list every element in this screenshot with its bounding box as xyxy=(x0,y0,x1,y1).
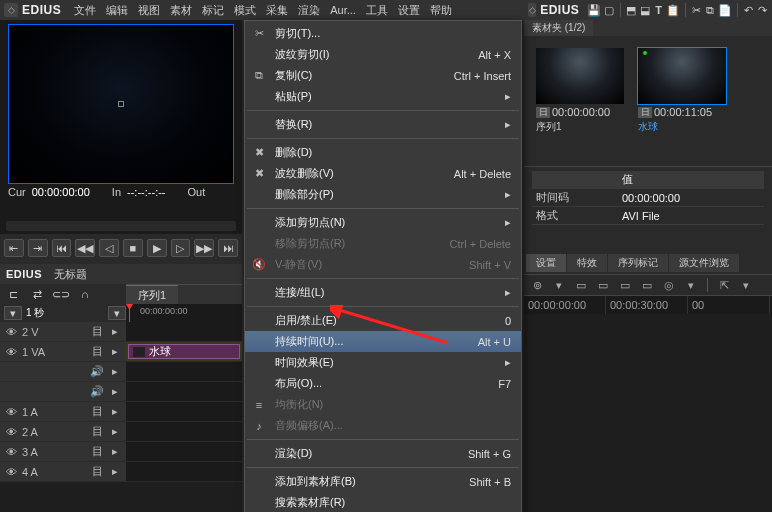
menu-文件[interactable]: 文件 xyxy=(69,2,101,18)
clip[interactable]: 水球 xyxy=(128,344,240,359)
track-header[interactable]: 👁2 V目▸ xyxy=(0,322,126,341)
title-icon[interactable]: T xyxy=(653,1,665,19)
menu-item[interactable]: 持续时间(U)...Alt + U xyxy=(245,331,521,352)
visibility-icon[interactable]: 👁 xyxy=(4,406,18,418)
menu-工具[interactable]: 工具 xyxy=(361,2,393,18)
props-tab[interactable]: 特效 xyxy=(567,254,608,272)
lower-ruler[interactable]: 00:00:00:00 00:00:30:00 00 xyxy=(524,296,772,314)
menu-item[interactable]: 粘贴(P) xyxy=(245,86,521,107)
visibility-icon[interactable]: 👁 xyxy=(4,446,18,458)
menu-帮助[interactable]: 帮助 xyxy=(425,2,457,18)
chevron-icon[interactable]: ▸ xyxy=(108,365,122,378)
stripe-icon[interactable]: 目 xyxy=(90,324,104,339)
next-button[interactable]: ⏭ xyxy=(218,239,238,257)
tool-b-icon[interactable]: ⬓ xyxy=(639,1,651,19)
menu-模式[interactable]: 模式 xyxy=(229,2,261,18)
cut-icon[interactable]: ✂ xyxy=(691,1,703,19)
chevron-icon[interactable]: ▸ xyxy=(108,345,122,358)
menu-item[interactable]: 搜索素材库(R) xyxy=(245,492,521,512)
visibility-icon[interactable]: 👁 xyxy=(4,466,18,478)
playhead-icon[interactable] xyxy=(129,304,130,322)
export-icon[interactable]: ⇱ xyxy=(715,277,733,293)
menu-item[interactable]: 连接/组(L) xyxy=(245,282,521,303)
redo-icon[interactable]: ↷ xyxy=(756,1,768,19)
track-lane[interactable] xyxy=(126,442,242,461)
dd-icon[interactable]: ▾ xyxy=(550,277,568,293)
floppy-icon[interactable]: 💾 xyxy=(587,1,601,19)
ripple-icon[interactable]: ⇄ xyxy=(28,286,46,302)
track-header[interactable]: 🔊▸ xyxy=(0,362,126,381)
preview-canvas[interactable] xyxy=(8,24,234,184)
track-header[interactable]: 👁4 A目▸ xyxy=(0,462,126,481)
paste-icon[interactable]: 📄 xyxy=(718,1,732,19)
tool-a-icon[interactable]: ⬒ xyxy=(626,1,638,19)
capture-icon[interactable]: 📋 xyxy=(666,1,680,19)
track-header[interactable]: 👁1 VA目▸ xyxy=(0,342,126,361)
track-header[interactable]: 👁2 A目▸ xyxy=(0,422,126,441)
folder-b-icon[interactable]: ▭ xyxy=(594,277,612,293)
stripe-icon[interactable]: 目 xyxy=(90,464,104,479)
chevron-icon[interactable]: ▸ xyxy=(108,405,122,418)
stripe-icon[interactable]: 目 xyxy=(90,444,104,459)
folder-a-icon[interactable]: ▭ xyxy=(572,277,590,293)
menu-素材[interactable]: 素材 xyxy=(165,2,197,18)
track-lane[interactable] xyxy=(126,382,242,401)
folder-d-icon[interactable]: ▭ xyxy=(638,277,656,293)
set-in-button[interactable]: ⇤ xyxy=(4,239,24,257)
timeline-ruler[interactable]: 00:00:00:00 xyxy=(126,304,242,322)
bin-item[interactable]: 日00:00:00:00序列1 xyxy=(536,48,624,134)
new-doc-icon[interactable]: ▢ xyxy=(603,1,615,19)
menu-item[interactable]: ✂剪切(T)... xyxy=(245,23,521,44)
play-button[interactable]: ▶ xyxy=(147,239,167,257)
menu-item[interactable]: 添加剪切点(N) xyxy=(245,212,521,233)
track-lane[interactable] xyxy=(126,462,242,481)
chevron-icon[interactable]: ▸ xyxy=(108,385,122,398)
copy-icon[interactable]: ⧉ xyxy=(705,1,717,19)
target-icon[interactable]: ◎ xyxy=(660,277,678,293)
set-out-button[interactable]: ⇥ xyxy=(28,239,48,257)
props-tab[interactable]: 序列标记 xyxy=(608,254,669,272)
marker-chevron-icon[interactable]: ▾ xyxy=(108,306,126,320)
menu-Aur...[interactable]: Aur... xyxy=(325,2,361,18)
menu-渲染[interactable]: 渲染 xyxy=(293,2,325,18)
track-lane[interactable]: 水球 xyxy=(126,342,242,361)
chevron-down-icon[interactable]: ▾ xyxy=(4,306,22,320)
menu-item[interactable]: ✖删除(D) xyxy=(245,142,521,163)
scrub-bar[interactable] xyxy=(0,218,242,234)
menu-编辑[interactable]: 编辑 xyxy=(101,2,133,18)
stripe-icon[interactable]: 目 xyxy=(90,344,104,359)
stop-button[interactable]: ■ xyxy=(123,239,143,257)
props-tab[interactable]: 设置 xyxy=(526,254,567,272)
global-icon[interactable]: ⊚ xyxy=(528,277,546,293)
menu-item[interactable]: 启用/禁止(E)0 xyxy=(245,310,521,331)
stripe-icon[interactable]: 目 xyxy=(90,424,104,439)
folder-c-icon[interactable]: ▭ xyxy=(616,277,634,293)
track-header[interactable]: 👁3 A目▸ xyxy=(0,442,126,461)
rew-button[interactable]: ◀◀ xyxy=(75,239,95,257)
ff-button[interactable]: ▶▶ xyxy=(194,239,214,257)
step-fwd-button[interactable]: ▷ xyxy=(171,239,191,257)
menu-item[interactable]: ⧉复制(C)Ctrl + Insert xyxy=(245,65,521,86)
speaker-icon[interactable]: 🔊 xyxy=(90,365,104,378)
bin-item[interactable]: 日00:00:11:05水球 xyxy=(638,48,726,134)
menu-item[interactable]: 删除部分(P) xyxy=(245,184,521,205)
track-header[interactable]: 🔊▸ xyxy=(0,382,126,401)
marker-icon[interactable]: ▾ xyxy=(682,277,700,293)
track-lane[interactable] xyxy=(126,422,242,441)
menu-item[interactable]: 渲染(D)Shift + G xyxy=(245,443,521,464)
menu-item[interactable]: 波纹剪切(I)Alt + X xyxy=(245,44,521,65)
snap-icon[interactable]: ⊏ xyxy=(4,286,22,302)
speaker-icon[interactable]: 🔊 xyxy=(90,385,104,398)
menu-设置[interactable]: 设置 xyxy=(393,2,425,18)
bin-tab[interactable]: 素材夹 (1/2) xyxy=(524,20,593,36)
menu-item[interactable]: ✖波纹删除(V)Alt + Delete xyxy=(245,163,521,184)
chevron-icon[interactable]: ▸ xyxy=(108,325,122,338)
menu-item[interactable]: 时间效果(E) xyxy=(245,352,521,373)
link-icon[interactable]: ⊂⊃ xyxy=(52,286,70,302)
stripe-icon[interactable]: 目 xyxy=(90,404,104,419)
chevron-icon[interactable]: ▸ xyxy=(108,465,122,478)
chevron-icon[interactable]: ▸ xyxy=(108,445,122,458)
sequence-tab[interactable]: 序列1 xyxy=(126,285,178,305)
visibility-icon[interactable]: 👁 xyxy=(4,346,18,358)
menu-item[interactable]: 添加到素材库(B)Shift + B xyxy=(245,471,521,492)
